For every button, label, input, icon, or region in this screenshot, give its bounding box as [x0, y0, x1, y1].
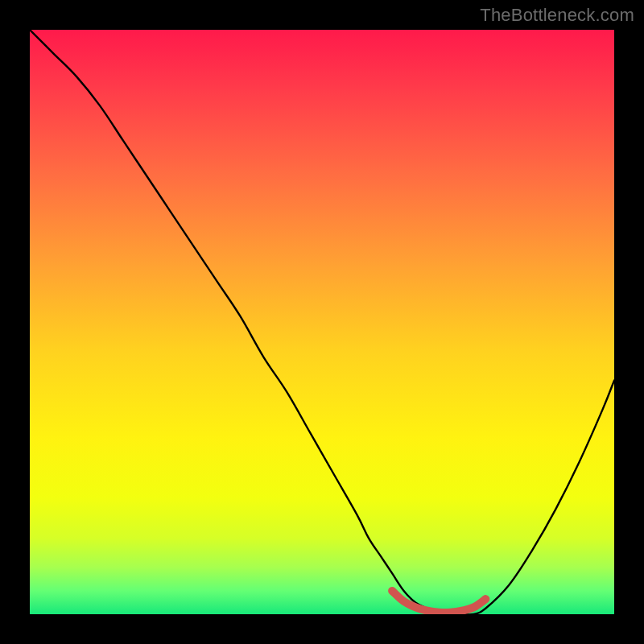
- curves-layer: [30, 30, 614, 614]
- watermark-text: TheBottleneck.com: [480, 5, 634, 26]
- chart-frame: TheBottleneck.com: [0, 0, 644, 644]
- plot-area: [30, 30, 614, 614]
- bottleneck-curve: [30, 30, 614, 614]
